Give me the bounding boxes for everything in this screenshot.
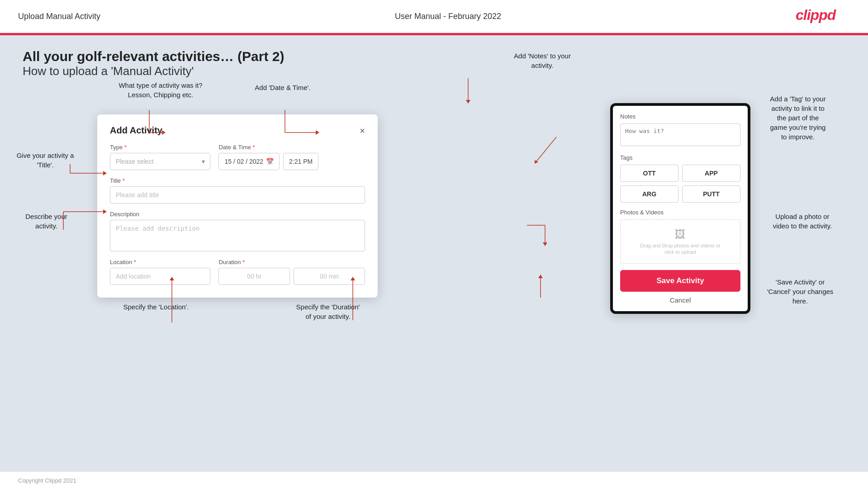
time-input[interactable]: 2:21 PM [283,153,318,170]
annotation-describe: Describe your activity. [14,212,79,231]
title-input[interactable] [110,186,365,204]
svg-marker-24 [543,242,547,246]
tags-section-label: Tags [620,154,740,161]
photo-upload-icon: 🖼 [625,228,735,241]
svg-text:clippd: clippd [796,7,837,23]
cancel-link[interactable]: Cancel [620,296,740,307]
tag-app[interactable]: APP [682,165,740,182]
manual-title: User Manual - February 2022 [395,12,501,21]
type-select-wrapper: Please select ▾ [110,153,210,170]
page-heading: All your golf-relevant activities… (Part… [23,49,845,78]
title-group: Title * [110,177,365,204]
svg-marker-21 [535,160,538,164]
page-title: Upload Manual Activity [18,12,100,21]
annotation-date-time: Add 'Date & Time'. [244,83,321,92]
tag-putt[interactable]: PUTT [682,185,740,203]
photos-upload-area[interactable]: 🖼 Drag and Drop photos and videos or cli… [620,219,740,264]
close-button[interactable]: × [360,126,365,135]
location-group: Location * [110,259,210,285]
svg-line-20 [536,137,556,162]
tags-grid: OTT APP ARG PUTT [620,165,740,203]
photos-upload-text: Drag and Drop photos and videos or click… [640,243,720,255]
annotation-location: Specify the 'Location'. [111,302,201,312]
location-duration-row: Location * Duration * [110,259,365,285]
clippd-logo-svg: clippd [796,5,850,24]
duration-min-input[interactable] [294,268,365,285]
annotation-notes: Add 'Notes' to your activity. [502,51,583,70]
top-bar: Upload Manual Activity User Manual - Feb… [0,0,868,33]
dialog-header: Add Activity × [110,125,365,136]
duration-group: Duration * [218,259,365,285]
description-input[interactable] [110,220,365,251]
svg-marker-26 [538,275,543,278]
datetime-label: Date & Time * [218,144,365,151]
duration-hr-input[interactable] [218,268,290,285]
add-activity-dialog: Add Activity × Type * Please select ▾ Da… [97,114,378,298]
location-label: Location * [110,259,210,265]
annotation-title: Give your activity a 'Title'. [14,151,77,170]
logo: clippd clippd [796,5,850,27]
save-activity-button[interactable]: Save Activity [620,270,740,292]
description-group: Description [110,211,365,251]
calendar-icon: 📅 [266,158,274,165]
type-group: Type * Please select ▾ [110,144,210,170]
main-content: All your golf-relevant activities… (Part… [0,35,868,471]
tag-ott[interactable]: OTT [620,165,678,182]
type-select[interactable]: Please select [110,153,210,170]
tag-arg[interactable]: ARG [620,185,678,203]
annotation-tag: Add a 'Tag' to your activity to link it … [741,94,854,142]
annotation-upload: Upload a photo or video to the activity. [750,212,854,231]
datetime-inputs: 15 / 02 / 2022 📅 2:21 PM [218,153,365,170]
copyright-text: Copyright Clippd 2021 [18,477,76,484]
phone-panel: Notes Tags OTT APP ARG PUTT Photos & Vid… [610,103,750,314]
heading1: All your golf-relevant activities… (Part… [23,49,845,64]
duration-inputs [218,268,365,285]
annotation-activity-type: What type of activity was it? Lesson, Ch… [111,81,210,99]
date-input[interactable]: 15 / 02 / 2022 📅 [218,153,280,170]
heading2: How to upload a 'Manual Activity' [23,64,845,78]
description-label: Description [110,211,365,218]
annotation-duration: Specify the 'Duration' of your activity. [271,302,384,321]
footer: Copyright Clippd 2021 [0,471,868,488]
dialog-title: Add Activity [110,125,162,136]
notes-section-label: Notes [620,113,740,120]
phone-inner: Notes Tags OTT APP ARG PUTT Photos & Vid… [613,106,748,311]
photos-section-label: Photos & Videos [620,209,740,216]
duration-label: Duration * [218,259,365,265]
location-input[interactable] [110,268,210,285]
datetime-group: Date & Time * 15 / 02 / 2022 📅 2:21 PM [218,144,365,170]
annotation-save: 'Save Activity' or 'Cancel' your changes… [746,277,854,306]
type-datetime-row: Type * Please select ▾ Date & Time * 15 … [110,144,365,170]
title-label: Title * [110,177,365,184]
svg-marker-19 [466,100,470,104]
notes-input[interactable] [620,123,740,146]
type-label: Type * [110,144,210,151]
